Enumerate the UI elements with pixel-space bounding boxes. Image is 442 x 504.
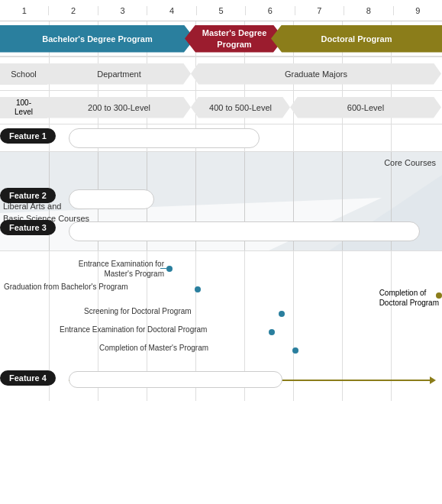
entrance-doctoral-label: Entrance Examination for Doctoral Progra… xyxy=(60,325,207,334)
feature1-label: Feature 1 xyxy=(9,131,47,141)
completion-masters-event: Completion of Master's Program xyxy=(0,341,442,360)
col-header-7: 7 xyxy=(295,6,344,15)
feature2-label: Feature 2 xyxy=(9,191,47,200)
feature3-pill-dark: Feature 3 xyxy=(0,220,56,235)
main-diagram: 1 2 3 4 5 6 7 8 9 Bachelor's Degree Prog… xyxy=(0,0,442,401)
feature2-row: Feature 2 xyxy=(0,188,442,211)
department-label: Department xyxy=(47,69,191,79)
entrance-masters-label: Entrance Examination forMaster's Program xyxy=(31,259,164,279)
feature3-pill-light xyxy=(69,221,420,241)
feature2-pill-light xyxy=(69,189,154,209)
bachelor-label: Bachelor's Degree Program xyxy=(42,34,152,44)
graduation-event: Graduation from Bachelor's Program xyxy=(0,280,442,299)
entrance-masters-line xyxy=(160,268,166,269)
col-header-8: 8 xyxy=(344,6,393,15)
timeline-section: Entrance Examination forMaster's Program… xyxy=(0,250,442,401)
completion-doctoral-container: Completion ofDoctoral Program xyxy=(379,288,439,308)
feature4-label: Feature 4 xyxy=(9,373,47,383)
four-five-level-arrow: 400 to 500-Level xyxy=(191,97,290,118)
feature1-pill-dark: Feature 1 xyxy=(0,128,56,144)
feature1-row: Feature 1 xyxy=(0,124,442,151)
feature1-pill-light xyxy=(69,128,260,148)
masters-label: Master's DegreeProgram xyxy=(202,27,267,50)
department-arrow: Department xyxy=(47,63,191,85)
bachelor-program-banner: Bachelor's Degree Program xyxy=(0,25,195,53)
four-five-label: 400 to 500-Level xyxy=(191,103,290,112)
column-headers: 1 2 3 4 5 6 7 8 9 xyxy=(0,0,442,21)
entrance-doctoral-event: Entrance Examination for Doctoral Progra… xyxy=(0,323,442,341)
six-label: 600-Level xyxy=(290,103,441,112)
two-three-level-arrow: 200 to 300-Level xyxy=(47,97,191,118)
grad-majors-label: Graduate Majors xyxy=(191,69,441,79)
programs-row: Bachelor's Degree Program Master's Degre… xyxy=(0,21,442,57)
doctoral-program-banner: Doctoral Program xyxy=(271,25,442,53)
col-header-2: 2 xyxy=(49,6,98,15)
hundred-level-label: 100-Level xyxy=(12,99,35,117)
col-header-6: 6 xyxy=(246,6,295,15)
graduation-label: Graduation from Bachelor's Program xyxy=(4,283,128,291)
school-arrow: School xyxy=(0,63,47,85)
masters-program-banner: Master's DegreeProgram xyxy=(185,25,284,53)
completion-doctoral-label: Completion ofDoctoral Program xyxy=(379,288,439,308)
core-section: Core Courses Liberal Arts andBasic Scien… xyxy=(0,151,442,250)
two-three-label: 200 to 300-Level xyxy=(47,103,191,112)
level-row: 100-Level 200 to 300-Level 400 to 500-Le… xyxy=(0,90,442,124)
school-label: School xyxy=(0,69,47,79)
entrance-masters-dot xyxy=(166,266,173,272)
org-row: School Department Graduate Majors xyxy=(0,57,442,90)
hundred-level-arrow: 100-Level xyxy=(0,97,47,118)
col-header-3: 3 xyxy=(98,6,147,15)
graduation-dot xyxy=(195,286,201,292)
core-courses-text: Core Courses xyxy=(384,158,436,167)
core-courses-label: Core Courses xyxy=(384,158,436,167)
screening-dot xyxy=(279,311,285,317)
entrance-doctoral-dot xyxy=(269,329,275,335)
col-header-9: 9 xyxy=(394,6,442,15)
entrance-masters-event: Entrance Examination forMaster's Program xyxy=(0,257,442,280)
six-level-arrow: 600-Level xyxy=(290,97,441,118)
col-header-1: 1 xyxy=(0,6,49,15)
feature4-pill-light xyxy=(69,371,282,388)
completion-masters-dot xyxy=(292,347,298,354)
completion-doctoral-dot xyxy=(436,292,442,299)
doctoral-label: Doctoral Program xyxy=(321,34,392,44)
feature2-pill-dark: Feature 2 xyxy=(0,188,56,203)
feature3-label: Feature 3 xyxy=(9,223,47,232)
feature4-arrow-head xyxy=(430,376,436,384)
screening-label: Screening for Doctoral Program xyxy=(84,307,192,315)
screening-event: Screening for Doctoral Program xyxy=(0,305,442,323)
col-header-4: 4 xyxy=(147,6,196,15)
feature3-row: Feature 3 xyxy=(0,220,442,243)
feature4-row: Feature 4 xyxy=(0,367,442,395)
col-header-5: 5 xyxy=(197,6,246,15)
completion-masters-label: Completion of Master's Program xyxy=(99,344,208,352)
grad-majors-arrow: Graduate Majors xyxy=(191,63,441,85)
feature4-pill-dark: Feature 4 xyxy=(0,370,56,386)
